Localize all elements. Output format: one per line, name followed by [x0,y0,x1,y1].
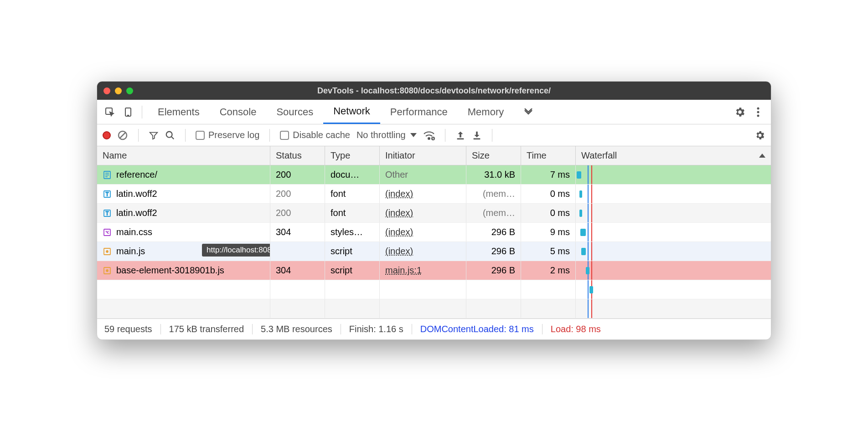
cell-time: 0 ms [521,204,576,222]
disable-cache-checkbox[interactable]: Disable cache [280,130,350,140]
table-row[interactable]: main.css304styles…(index)296 B9 ms [97,223,771,242]
tab-network[interactable]: Network [323,100,380,124]
upload-har-icon[interactable] [455,130,465,140]
table-row[interactable]: Tlatin.woff2200font(index)(mem…0 ms [97,204,771,223]
throttling-value: No throttling [356,130,406,140]
cell-initiator: (index) [380,204,466,222]
search-icon[interactable] [165,130,175,140]
network-conditions-icon[interactable] [423,130,435,140]
request-name: main.css [116,227,152,237]
stat-resources: 5.3 MB resources [253,324,341,334]
col-size[interactable]: Size [466,146,521,165]
stat-requests: 59 requests [104,324,161,334]
svg-point-4 [757,111,760,113]
col-initiator[interactable]: Initiator [380,146,466,165]
network-settings-icon[interactable] [754,130,765,141]
cell-type: script [325,261,380,280]
cell-initiator: (index) [380,242,466,261]
tab-performance[interactable]: Performance [380,100,458,124]
cell-initiator: (index) [380,185,466,203]
cell-waterfall [576,165,771,184]
table-row[interactable]: base-element-3018901b.js304scriptmain.js… [97,261,771,280]
cell-time: 5 ms [521,242,576,261]
preserve-log-checkbox[interactable]: Preserve log [196,130,259,140]
cell-status: 304 [270,223,325,241]
initiator-link[interactable]: main.js:1 [385,265,422,276]
stat-load: Load: 98 ms [542,324,609,334]
cell-waterfall [576,204,771,222]
filter-icon[interactable] [149,130,159,140]
traffic-lights [103,87,133,94]
cell-initiator: (index) [380,223,466,241]
initiator-link[interactable]: (index) [385,227,413,237]
svg-line-7 [120,133,125,138]
request-name: reference/ [116,169,157,180]
request-name: latin.woff2 [116,189,157,199]
col-time[interactable]: Time [521,146,576,165]
tab-elements[interactable]: Elements [148,100,210,124]
svg-point-26 [106,270,108,272]
cell-waterfall [576,185,771,203]
titlebar: DevTools - localhost:8080/docs/devtools/… [97,82,771,100]
cell-status [270,242,325,261]
cell-size: (mem… [466,204,521,222]
more-tabs-icon[interactable] [520,104,537,120]
disable-cache-label: Disable cache [293,130,350,140]
cell-name: Tlatin.woff2 [97,204,270,222]
cell-waterfall [576,280,771,299]
cell-status: 200 [270,204,325,222]
cell-waterfall [576,299,771,318]
cell-name: reference/ [97,165,270,184]
svg-rect-12 [457,138,464,139]
divider [142,106,142,118]
record-button[interactable] [103,131,111,139]
cell-status: 304 [270,261,325,280]
svg-point-5 [757,114,760,117]
clear-icon[interactable] [117,130,128,141]
table-row[interactable]: reference/200docu…Other31.0 kB7 ms [97,165,771,185]
window-title: DevTools - localhost:8080/docs/devtools/… [317,86,551,96]
col-status[interactable]: Status [270,146,325,165]
svg-text:T: T [106,211,108,216]
col-type[interactable]: Type [325,146,380,165]
table-row[interactable]: main.jshttp://localhost:8080/js/main.jss… [97,242,771,261]
throttling-dropdown[interactable]: No throttling [356,130,417,140]
col-name[interactable]: Name [97,146,270,165]
initiator-link[interactable]: (index) [385,208,413,218]
divider [185,129,186,142]
table-row[interactable]: Tlatin.woff2200font(index)(mem…0 ms [97,185,771,204]
cell-type: styles… [325,223,380,241]
device-toggle-icon[interactable] [120,104,136,120]
kebab-menu-icon[interactable] [750,104,766,120]
svg-point-10 [428,138,430,139]
svg-point-24 [106,251,108,252]
table-row-empty [97,299,771,318]
close-window-button[interactable] [103,87,110,94]
cell-size: 31.0 kB [466,165,521,184]
devtools-window: DevTools - localhost:8080/docs/devtools/… [97,81,771,340]
cell-initiator: Other [380,165,466,184]
divider [269,129,270,142]
preserve-log-label: Preserve log [208,130,259,140]
initiator-link[interactable]: (index) [385,189,413,199]
col-waterfall[interactable]: Waterfall [576,146,771,165]
cell-time: 2 ms [521,261,576,280]
cell-type: script [325,242,380,261]
divider [492,129,492,142]
inspect-element-icon[interactable] [102,104,118,120]
request-name: main.js [116,246,145,257]
settings-icon[interactable] [732,104,748,120]
tab-console[interactable]: Console [210,100,267,124]
maximize-window-button[interactable] [126,87,133,94]
divider [138,129,139,142]
url-tooltip: http://localhost:8080/js/main.js [202,244,270,257]
tab-memory[interactable]: Memory [458,100,514,124]
tab-sources[interactable]: Sources [266,100,323,124]
minimize-window-button[interactable] [115,87,122,94]
cell-time: 0 ms [521,185,576,203]
cell-name: Tlatin.woff2 [97,185,270,203]
network-table-body: reference/200docu…Other31.0 kB7 ms Tlati… [97,165,771,318]
download-har-icon[interactable] [472,130,482,140]
cell-type: font [325,204,380,222]
initiator-link[interactable]: (index) [385,246,413,257]
